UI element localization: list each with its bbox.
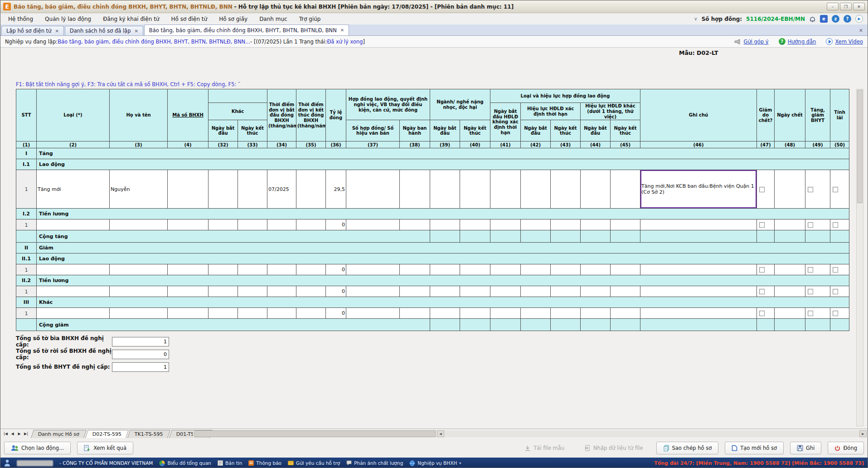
- nav-first-button[interactable]: |◀: [2, 430, 9, 437]
- vertical-scrollbar[interactable]: [856, 89, 863, 426]
- cell[interactable]: [611, 264, 640, 275]
- tang-giam-bhyt-checkbox[interactable]: [808, 222, 813, 228]
- sheet-tab-tk1-ts-595[interactable]: TK1-TS-595: [127, 430, 170, 438]
- scroll-left-button[interactable]: ◀: [437, 430, 444, 437]
- cell-ty-le[interactable]: 0: [326, 264, 346, 275]
- tab-lap-ho-so-dien-tu[interactable]: Lập hồ sơ điện tử ✕: [1, 26, 64, 35]
- cell[interactable]: [346, 264, 400, 275]
- cell[interactable]: [521, 264, 551, 275]
- cell[interactable]: [209, 308, 238, 319]
- cell[interactable]: [551, 170, 581, 209]
- cell[interactable]: [430, 264, 460, 275]
- dong-button[interactable]: Đóng: [828, 442, 864, 454]
- cell[interactable]: [37, 286, 110, 297]
- cell[interactable]: [267, 264, 296, 275]
- cell[interactable]: [757, 308, 775, 319]
- cell[interactable]: [430, 170, 460, 209]
- to-bia-input[interactable]: [112, 337, 169, 346]
- horizontal-scrollbar-thumb[interactable]: [194, 430, 436, 437]
- cell[interactable]: [830, 264, 849, 275]
- status-item-bieu-do-tong-quan[interactable]: Biểu đồ tổng quan: [159, 460, 211, 466]
- cell-ho-ten[interactable]: Nguyễn: [110, 170, 168, 209]
- cell[interactable]: [775, 308, 805, 319]
- tab-close-icon[interactable]: ✕: [134, 29, 138, 34]
- watch-video-link[interactable]: Xem Video: [826, 38, 863, 45]
- cell[interactable]: [521, 219, 551, 230]
- cell[interactable]: [521, 170, 551, 209]
- cell[interactable]: [581, 264, 611, 275]
- cell[interactable]: [490, 264, 521, 275]
- cell[interactable]: [490, 170, 521, 209]
- cell[interactable]: [346, 286, 400, 297]
- cell[interactable]: [460, 219, 490, 230]
- cell[interactable]: [775, 170, 805, 209]
- giam-do-chet-checkbox[interactable]: [759, 289, 765, 294]
- sheet-tab-d02-ts-595[interactable]: D02-TS-595: [85, 430, 129, 438]
- cell[interactable]: [551, 264, 581, 275]
- giam-do-chet-checkbox[interactable]: [759, 222, 765, 228]
- video-circle-icon[interactable]: ▶: [855, 15, 863, 23]
- cell[interactable]: [346, 308, 400, 319]
- cell[interactable]: [581, 219, 611, 230]
- nav-next-button[interactable]: ▶: [16, 430, 23, 437]
- cell[interactable]: [581, 308, 611, 319]
- cell[interactable]: [830, 308, 849, 319]
- cell[interactable]: [238, 308, 267, 319]
- app-shortcut-icon-2[interactable]: z: [832, 15, 839, 23]
- scroll-right-button[interactable]: ▶: [859, 430, 867, 437]
- cell[interactable]: [296, 264, 326, 275]
- nav-last-button[interactable]: ▶|: [23, 430, 29, 437]
- cell[interactable]: [611, 170, 640, 209]
- cell[interactable]: [110, 264, 168, 275]
- menu-quan-ly-lao-dong[interactable]: Quản lý lao động: [39, 15, 97, 24]
- menu-tro-giup[interactable]: Trợ giúp: [293, 15, 327, 24]
- cell[interactable]: [346, 170, 400, 209]
- cell[interactable]: [757, 219, 775, 230]
- cell[interactable]: [400, 219, 430, 230]
- cell[interactable]: [805, 308, 830, 319]
- cell[interactable]: [805, 286, 830, 297]
- cell[interactable]: [611, 286, 640, 297]
- row-header[interactable]: 1: [16, 286, 37, 297]
- close-button[interactable]: ✕: [853, 3, 865, 10]
- cell[interactable]: [400, 286, 430, 297]
- cell[interactable]: [830, 170, 849, 209]
- cell-ty-le[interactable]: 0: [326, 308, 346, 319]
- cell[interactable]: [168, 170, 209, 209]
- cell[interactable]: [37, 219, 110, 230]
- tang-giam-bhyt-checkbox[interactable]: [808, 289, 813, 294]
- cell[interactable]: [805, 170, 830, 209]
- nav-prev-button[interactable]: ◀: [9, 430, 16, 437]
- cell[interactable]: [460, 264, 490, 275]
- help-circle-icon[interactable]: ?: [844, 15, 851, 23]
- menu-dang-ky-khai-dien-tu[interactable]: Đăng ký khai điện tử: [97, 15, 165, 24]
- cell[interactable]: [400, 264, 430, 275]
- giam-do-chet-checkbox[interactable]: [759, 311, 765, 316]
- guide-link[interactable]: ? Hướng dẫn: [779, 38, 816, 45]
- cell[interactable]: [267, 308, 296, 319]
- cell[interactable]: [400, 170, 430, 209]
- cell-thoi-diem-bat-dau[interactable]: 07/2025: [267, 170, 296, 209]
- menu-he-thong[interactable]: Hệ thống: [2, 15, 39, 24]
- chon-lao-dong-button[interactable]: Chọn lao động...: [4, 442, 71, 454]
- cell[interactable]: [581, 170, 611, 209]
- cell[interactable]: [460, 308, 490, 319]
- giam-do-chet-checkbox[interactable]: [759, 187, 765, 192]
- minimize-button[interactable]: –: [827, 3, 839, 10]
- cell[interactable]: [775, 286, 805, 297]
- cell[interactable]: [490, 308, 521, 319]
- cell[interactable]: [640, 219, 757, 230]
- cell[interactable]: [757, 286, 775, 297]
- tinh-lai-checkbox[interactable]: [833, 267, 838, 273]
- cell[interactable]: [521, 286, 551, 297]
- cell[interactable]: [209, 219, 238, 230]
- menu-danh-muc[interactable]: Danh mục: [253, 15, 293, 24]
- cell[interactable]: [805, 264, 830, 275]
- cell-ty-le[interactable]: 0: [326, 286, 346, 297]
- cell[interactable]: [110, 308, 168, 319]
- cell[interactable]: [775, 219, 805, 230]
- cell[interactable]: [37, 308, 110, 319]
- menu-ho-so-dien-tu[interactable]: Hồ sơ điện tử: [165, 15, 213, 24]
- cell[interactable]: [238, 170, 267, 209]
- cell-ghi-chu-selected[interactable]: Tăng mới,Nơi KCB ban đầu:Bệnh viện Quận …: [640, 170, 757, 209]
